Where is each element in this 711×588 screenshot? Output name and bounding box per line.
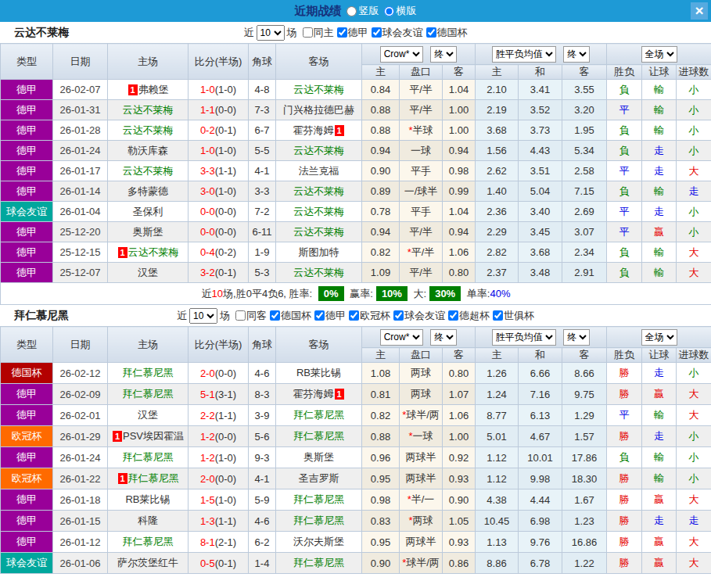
score-cell: 0-4(0-2) bbox=[189, 242, 249, 263]
fulltime-score: 0-5 bbox=[200, 558, 215, 569]
odds-company-select[interactable]: Crow* bbox=[380, 329, 423, 346]
checkbox-input[interactable] bbox=[303, 27, 313, 38]
checkbox-input[interactable] bbox=[426, 27, 436, 38]
checkbox-input[interactable] bbox=[235, 310, 246, 321]
handicap-text: 平/半 bbox=[411, 246, 435, 258]
corner-cell: 5-9 bbox=[249, 489, 276, 511]
avg-home-cell: 1.12 bbox=[476, 447, 519, 468]
vertical-radio[interactable] bbox=[347, 6, 357, 16]
result-handicap-cell: 走 bbox=[642, 141, 677, 161]
dialog-title: 近期战绩 bbox=[295, 4, 342, 19]
odds-away-cell: 1.07 bbox=[443, 384, 476, 405]
avg-away-cell: 1.29 bbox=[562, 405, 607, 426]
fulltime-score: 3-3 bbox=[200, 165, 215, 177]
layout-horizontal-option[interactable]: 横版 bbox=[384, 4, 417, 18]
league-cell: 德甲 bbox=[1, 100, 53, 120]
home-team-cell: 科隆 bbox=[108, 511, 189, 532]
odds-away-cell: 1.04 bbox=[443, 202, 476, 222]
date-cell: 26-01-28 bbox=[53, 120, 108, 141]
checkbox-input[interactable] bbox=[270, 310, 280, 321]
odds-company-select[interactable]: Crow* bbox=[380, 46, 423, 63]
checkbox-input[interactable] bbox=[393, 310, 404, 321]
result-wdl-cell: 平 bbox=[607, 222, 642, 242]
recent-count-select[interactable]: 10 bbox=[257, 25, 285, 41]
checkbox-label: 德甲 bbox=[325, 309, 346, 323]
league-filter-checkbox[interactable]: 德国杯 bbox=[270, 309, 311, 323]
result-wdl-cell: 勝 bbox=[607, 363, 642, 384]
odds-away-cell: 0.99 bbox=[443, 181, 476, 202]
col-score: 比分(半场) bbox=[189, 327, 249, 363]
checkbox-input[interactable] bbox=[314, 310, 325, 321]
league-filter-checkbox[interactable]: 德超杯 bbox=[448, 309, 490, 323]
col-away: 客场 bbox=[276, 327, 362, 363]
league-cell: 欧冠杯 bbox=[1, 468, 53, 489]
score-cell: 1-0(1-0) bbox=[189, 80, 249, 100]
odds-home-cell: 0.83 bbox=[362, 511, 400, 532]
handicap-cell: 平/半 bbox=[400, 263, 443, 283]
avg-away-cell: 3.07 bbox=[562, 222, 607, 242]
away-team-name: 云达不莱梅 bbox=[293, 226, 344, 238]
league-filter-checkbox[interactable]: 德甲 bbox=[314, 309, 346, 323]
home-team-cell: 拜仁慕尼黑 bbox=[108, 532, 189, 553]
away-team-name: 圣吉罗斯 bbox=[299, 472, 339, 484]
handicap-text: 两球 bbox=[411, 388, 431, 400]
league-filter-checkbox[interactable]: 世俱杯 bbox=[493, 309, 534, 323]
close-button[interactable]: × bbox=[691, 2, 708, 20]
avg-home-cell: 2.36 bbox=[476, 202, 519, 222]
league-filter-checkbox[interactable]: 欧冠杯 bbox=[349, 309, 390, 323]
away-team-cell: 云达不莱梅 bbox=[276, 80, 362, 100]
col-avg-home: 主 bbox=[476, 65, 519, 80]
layout-vertical-option[interactable]: 竖版 bbox=[347, 4, 379, 18]
team-filter-bar: 拜仁慕尼黑 近 10 场 同客 德国杯 德甲 欧冠杯 球会友谊 德超杯 世俱杯 bbox=[0, 305, 711, 326]
checkbox-input[interactable] bbox=[349, 310, 359, 321]
league-filter-checkbox[interactable]: 球会友谊 bbox=[393, 309, 445, 323]
recent-count-select[interactable]: 10 bbox=[189, 308, 217, 324]
home-team-name: 勒沃库森 bbox=[127, 145, 168, 156]
home-team-cell: 汉堡 bbox=[108, 263, 189, 283]
horizontal-radio[interactable] bbox=[384, 6, 394, 16]
away-team-cell: 圣吉罗斯 bbox=[276, 468, 362, 489]
fullmatch-select[interactable]: 全场 bbox=[641, 46, 677, 63]
avg-away-cell: 2.34 bbox=[562, 242, 607, 263]
league-filter-checkbox[interactable]: 同主 bbox=[303, 26, 334, 40]
checkbox-input[interactable] bbox=[372, 27, 382, 38]
league-filter-checkbox[interactable]: 球会友谊 bbox=[372, 26, 423, 40]
avg-final-select[interactable]: 终 bbox=[563, 46, 590, 63]
checkbox-input[interactable] bbox=[493, 310, 503, 321]
home-team-name: 云达不莱梅 bbox=[123, 165, 174, 177]
league-cell: 德国杯 bbox=[1, 363, 53, 384]
result-handicap-cell: 輸 bbox=[642, 120, 677, 141]
fullmatch-select[interactable]: 全场 bbox=[641, 329, 677, 346]
checkbox-input[interactable] bbox=[448, 310, 458, 321]
avg-odds-select[interactable]: 胜平负均值 bbox=[492, 329, 556, 346]
games-label: 场 bbox=[220, 309, 230, 323]
avg-final-select[interactable]: 终 bbox=[563, 329, 590, 346]
col-date: 日期 bbox=[53, 327, 108, 363]
handicap-text: 一/球半 bbox=[404, 185, 438, 197]
vertical-radio-label: 竖版 bbox=[359, 4, 379, 18]
halftime-score: (2-1) bbox=[215, 536, 236, 548]
halftime-score: (0-0) bbox=[215, 226, 236, 238]
col-handicap: 盘口 bbox=[400, 65, 443, 80]
avg-away-cell: 7.15 bbox=[562, 181, 607, 202]
avg-home-cell: 2.62 bbox=[476, 161, 519, 181]
score-cell: 1-2(0-0) bbox=[189, 426, 249, 447]
odds-final-select[interactable]: 终 bbox=[430, 46, 457, 63]
handicap-text: 平/半 bbox=[409, 226, 433, 238]
league-filter-checkbox[interactable]: 同客 bbox=[235, 309, 267, 323]
avg-away-cell: 8.66 bbox=[562, 363, 607, 384]
league-filter-checkbox[interactable]: 德甲 bbox=[337, 26, 368, 40]
away-team-name: 沃尔夫斯堡 bbox=[293, 536, 344, 547]
corner-cell: 4-8 bbox=[249, 80, 276, 100]
league-filter-checkbox[interactable]: 德国杯 bbox=[426, 26, 468, 40]
result-goals-cell: 大 bbox=[677, 405, 711, 426]
avg-home-cell: 3.68 bbox=[476, 120, 519, 141]
odds-final-select[interactable]: 终 bbox=[430, 329, 457, 346]
score-cell: 3-2(0-1) bbox=[189, 263, 249, 283]
home-team-name: PSV埃因霍温 bbox=[123, 430, 184, 442]
avg-home-cell: 4.38 bbox=[476, 489, 519, 511]
fulltime-score: 5-1 bbox=[200, 389, 215, 400]
result-goals-cell: 小 bbox=[677, 141, 711, 161]
avg-odds-select[interactable]: 胜平负均值 bbox=[492, 46, 556, 63]
checkbox-input[interactable] bbox=[337, 27, 347, 38]
